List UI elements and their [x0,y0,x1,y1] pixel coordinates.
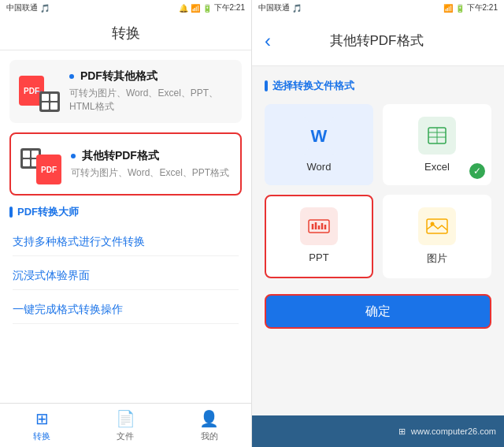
blue-dot-icon [69,74,74,79]
word-format-card[interactable]: W Word [265,104,373,185]
other-to-pdf-title: 其他转PDF格式 [71,149,231,163]
left-header-title: 转换 [112,24,140,43]
excel-icon [418,117,456,155]
svg-text:W: W [311,126,328,146]
section-label: PDF转换大师 [9,205,242,219]
word-icon: W [300,117,338,155]
right-content: 选择转换文件格式 W Word [252,66,504,415]
back-button[interactable]: ‹ [261,27,274,55]
right-header-title: 其他转PDF格式 [280,32,472,50]
nav-file[interactable]: 📄 文件 [83,404,167,447]
nav-mine-label: 我的 [201,430,218,442]
bottom-nav: ⊞ 转换 📄 文件 👤 我的 [0,403,251,447]
watermark-bar: ⊞ www.computer26.com [252,415,504,447]
pdf-to-other-card[interactable]: PDF → PDF转其他格式 可转为图片、Word、Excel、PPT、HTML… [9,60,242,123]
left-header: 转换 [0,16,251,50]
other-to-pdf-icon: → PDF [20,143,61,184]
left-status-bar: 中国联通 🎵 🔔 📶 🔋 下午2:21 [0,0,251,16]
feature-item-3: 一键完成格式转换操作 [13,296,239,324]
nav-file-label: 文件 [117,430,134,442]
right-status-right: 📶 🔋 下午2:21 [443,2,498,13]
nav-convert-label: 转换 [33,430,50,442]
ppt-icon [300,207,338,245]
pdf-to-other-text: PDF转其他格式 可转为图片、Word、Excel、PPT、HTML格式 [69,69,232,114]
left-signal-icon: 📶 [191,4,200,13]
left-battery-icon: 🔋 [202,4,212,13]
image-format-card[interactable]: 图片 [383,195,491,278]
excel-check-icon: ✓ [469,163,485,179]
right-battery-icon: 🔋 [455,4,465,13]
right-status-bar: 中国联通 🎵 📶 🔋 下午2:21 [252,0,504,16]
excel-label: Excel [424,161,450,173]
convert-icon: ⊞ [35,409,49,428]
other-to-pdf-desc: 可转为图片、Word、Excel、PPT格式 [71,166,231,180]
feature-list: 支持多种格式进行文件转换 沉浸式体验界面 一键完成格式转换操作 [9,229,242,324]
right-tiktok-icon: 🎵 [292,4,302,13]
confirm-button[interactable]: 确定 [265,294,491,329]
left-notification-icon: 🔔 [179,4,188,13]
feature-item-1: 支持多种格式进行文件转换 [13,229,239,256]
pdf-label-right: PDF [36,155,61,184]
excel-format-card[interactable]: Excel ✓ [383,104,491,185]
image-icon [418,207,456,245]
format-grid: W Word Excel ✓ [265,104,491,278]
left-tiktok-icon: 🎵 [40,4,50,13]
left-content: PDF → PDF转其他格式 可转为图片、Word、Excel、PPT、HTML… [0,50,251,403]
windows-icon: ⊞ [398,427,406,436]
file-icon: 📄 [116,409,135,428]
right-panel: 中国联通 🎵 📶 🔋 下午2:21 ‹ 其他转PDF格式 选择转换文件格式 W [252,0,504,447]
blue-dot-2-icon [71,154,76,158]
right-signal-icon: 📶 [443,4,453,13]
pdf-to-other-title: PDF转其他格式 [69,69,232,84]
watermark-text: ⊞ www.computer26.com [398,427,496,437]
word-label: Word [307,161,332,173]
pdf-to-other-icon: PDF → [19,71,60,112]
left-status-left: 中国联通 🎵 [6,2,50,13]
left-time: 下午2:21 [214,2,245,13]
right-time: 下午2:21 [467,2,498,13]
right-status-left: 中国联通 🎵 [258,2,302,13]
other-to-pdf-card[interactable]: → PDF 其他转PDF格式 可转为图片、Word、Excel、PPT格式 [9,132,242,196]
right-header: ‹ 其他转PDF格式 [252,16,504,66]
ppt-label: PPT [309,251,328,263]
left-carrier: 中国联通 [6,2,38,13]
left-panel: 中国联通 🎵 🔔 📶 🔋 下午2:21 转换 PDF → [0,0,252,447]
nav-convert[interactable]: ⊞ 转换 [0,404,83,447]
other-to-pdf-text: 其他转PDF格式 可转为图片、Word、Excel、PPT格式 [71,149,231,180]
left-status-right: 🔔 📶 🔋 下午2:21 [179,2,245,13]
feature-item-2: 沉浸式体验界面 [13,263,239,290]
pdf-to-other-desc: 可转为图片、Word、Excel、PPT、HTML格式 [69,87,232,114]
ppt-format-card[interactable]: PPT [265,195,373,278]
image-label: 图片 [427,251,447,266]
nav-mine[interactable]: 👤 我的 [168,404,251,447]
user-icon: 👤 [199,409,219,428]
grid-icon [39,91,60,112]
right-carrier: 中国联通 [258,2,290,13]
format-section-label: 选择转换文件格式 [265,79,491,93]
